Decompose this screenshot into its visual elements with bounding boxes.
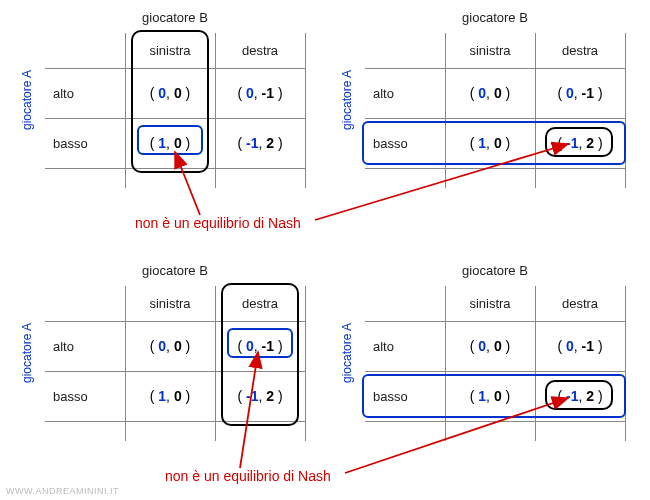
watermark: WWW.ANDREAMININI.IT	[6, 486, 119, 496]
cell-alto-sinistra: ( 0, 0 )	[445, 321, 535, 371]
cell-alto-destra: ( 0, -1 )	[535, 68, 625, 118]
highlight-blue-cell	[137, 125, 203, 155]
player-b-label: giocatore B	[45, 258, 305, 283]
row-label-top: alto	[365, 68, 445, 118]
col-label-left: sinistra	[445, 33, 535, 68]
matrix-panel-1: giocatore B giocatore A sinistra destra …	[335, 5, 635, 195]
player-b-label: giocatore B	[365, 5, 625, 30]
payoff-grid: sinistra destra alto basso ( 0, 0 ) ( 0,…	[365, 286, 625, 441]
player-a-label: giocatore A	[15, 258, 40, 448]
cell-alto-sinistra: ( 0, 0 )	[125, 321, 215, 371]
row-label-top: alto	[45, 68, 125, 118]
col-label-left: sinistra	[445, 286, 535, 321]
payoff-grid: sinistra destra alto basso ( 0, 0 ) ( 0,…	[45, 286, 305, 441]
matrix-panel-3: giocatore B giocatore A sinistra destra …	[335, 258, 635, 448]
cell-alto-destra: ( 0, -1 )	[215, 68, 305, 118]
player-b-label: giocatore B	[365, 258, 625, 283]
highlight-black-cell	[545, 127, 613, 157]
matrix-panel-0: giocatore B giocatore A sinistra destra …	[15, 5, 315, 195]
cell-basso-destra: ( -1, 2 )	[215, 118, 305, 168]
player-a-label: giocatore A	[335, 258, 360, 448]
col-label-right: destra	[215, 33, 305, 68]
highlight-black-cell	[545, 380, 613, 410]
cell-alto-sinistra: ( 0, 0 )	[445, 68, 535, 118]
col-label-left: sinistra	[125, 286, 215, 321]
highlight-blue-cell	[227, 328, 293, 358]
payoff-grid: sinistra destra alto basso ( 0, 0 ) ( 0,…	[45, 33, 305, 188]
cell-alto-destra: ( 0, -1 )	[535, 321, 625, 371]
col-label-right: destra	[535, 33, 625, 68]
col-label-right: destra	[535, 286, 625, 321]
row-label-bottom: basso	[45, 371, 125, 421]
player-a-label: giocatore A	[335, 5, 360, 195]
player-b-label: giocatore B	[45, 5, 305, 30]
cell-basso-sinistra: ( 1, 0 )	[125, 371, 215, 421]
matrix-panel-2: giocatore B giocatore A sinistra destra …	[15, 258, 315, 448]
row-label-bottom: basso	[45, 118, 125, 168]
caption-not-nash-bottom: non è un equilibrio di Nash	[165, 468, 331, 484]
payoff-grid: sinistra destra alto basso ( 0, 0 ) ( 0,…	[365, 33, 625, 188]
caption-not-nash-top: non è un equilibrio di Nash	[135, 215, 301, 231]
row-label-top: alto	[365, 321, 445, 371]
row-label-top: alto	[45, 321, 125, 371]
player-a-label: giocatore A	[15, 5, 40, 195]
